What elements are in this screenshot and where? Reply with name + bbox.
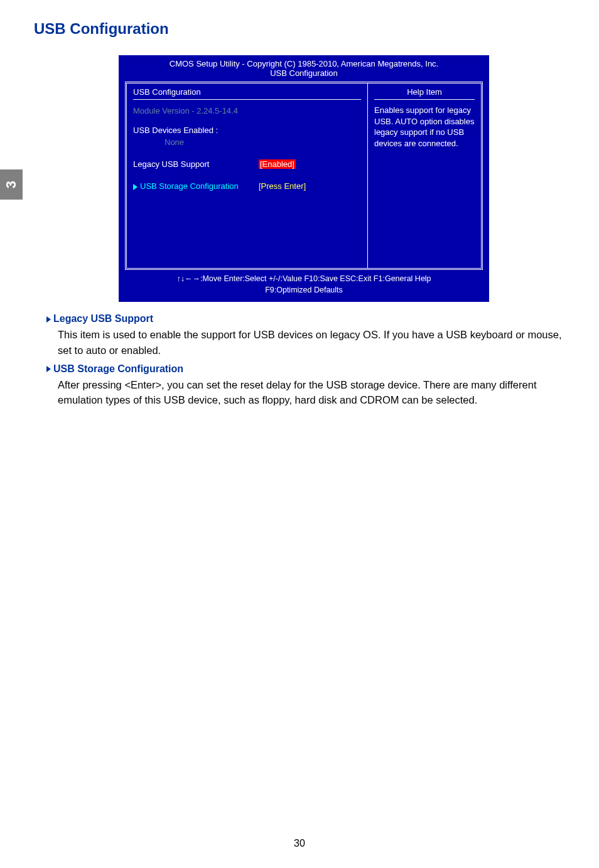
legacy-usb-row[interactable]: Legacy USB Support [Enabled] bbox=[133, 159, 361, 169]
bios-header-line1: CMOS Setup Utility - Copyright (C) 1985-… bbox=[125, 59, 483, 68]
usb-devices-value: None bbox=[165, 137, 361, 147]
chapter-tab: 3 bbox=[0, 169, 23, 200]
triangle-icon bbox=[46, 316, 51, 323]
bios-footer-line2: F9:Optimized Defaults bbox=[125, 285, 483, 296]
description-block: Legacy USB Support This item is used to … bbox=[46, 313, 574, 408]
bios-footer-line1: ↑↓←→:Move Enter:Select +/-/:Value F10:Sa… bbox=[125, 274, 483, 285]
page-title: USB Configuration bbox=[34, 20, 574, 38]
help-title: Help Item bbox=[374, 87, 475, 100]
chapter-number: 3 bbox=[3, 181, 19, 188]
usb-storage-value: [Press Enter] bbox=[259, 181, 361, 191]
legacy-usb-value: [Enabled] bbox=[259, 159, 296, 169]
page-number: 30 bbox=[0, 838, 599, 849]
triangle-icon bbox=[133, 184, 138, 190]
legacy-usb-description: This item is used to enable the support … bbox=[58, 327, 574, 358]
module-version: Module Version - 2.24.5-14.4 bbox=[133, 106, 361, 115]
usb-storage-config-row[interactable]: USB Storage Configuration [Press Enter] bbox=[133, 181, 361, 191]
page-content: USB Configuration CMOS Setup Utility - C… bbox=[34, 20, 574, 413]
triangle-icon bbox=[46, 366, 51, 372]
bios-panel: USB Configuration Module Version - 2.24.… bbox=[125, 82, 483, 270]
bios-screenshot: CMOS Setup Utility - Copyright (C) 1985-… bbox=[119, 55, 489, 302]
bios-help-pane: Help Item Enables support for legacy USB… bbox=[368, 83, 481, 268]
usb-storage-heading: USB Storage Configuration bbox=[46, 363, 574, 375]
bios-footer: ↑↓←→:Move Enter:Select +/-/:Value F10:Sa… bbox=[125, 274, 483, 296]
legacy-usb-heading: Legacy USB Support bbox=[46, 313, 574, 324]
bios-left-pane: USB Configuration Module Version - 2.24.… bbox=[127, 83, 368, 268]
usb-storage-label: USB Storage Configuration bbox=[140, 181, 239, 191]
help-text: Enables support for legacy USB. AUTO opt… bbox=[374, 105, 475, 149]
bios-left-header: USB Configuration bbox=[133, 87, 361, 100]
usb-storage-description: After pressing <Enter>, you can set the … bbox=[58, 377, 574, 409]
usb-devices-label: USB Devices Enabled : bbox=[133, 126, 361, 135]
bios-header-line2: USB Configuration bbox=[125, 68, 483, 78]
legacy-usb-label: Legacy USB Support bbox=[133, 159, 259, 169]
